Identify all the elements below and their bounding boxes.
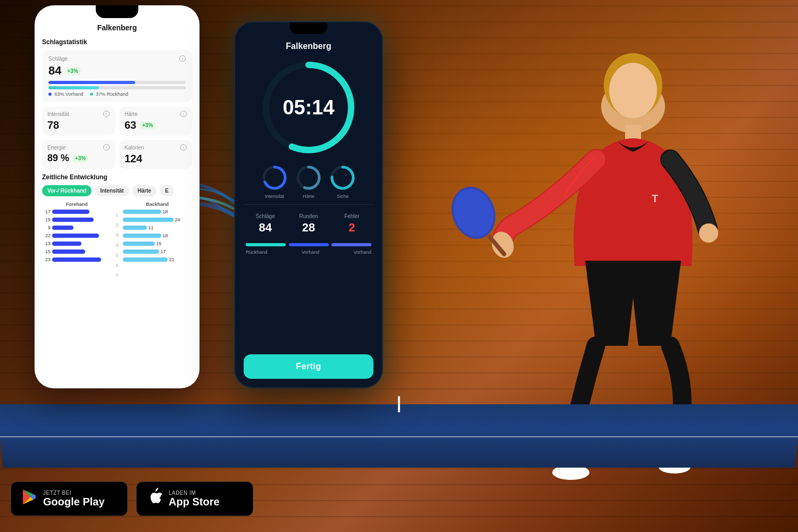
schlaege-card: Schläge i 84 +3% 63% Vorhand (42, 50, 192, 102)
bar-val: 24 (175, 217, 184, 222)
bar-fill (52, 257, 101, 262)
vorhand2-bar-dark (331, 243, 371, 246)
bar-fill (52, 218, 94, 222)
app-store-button[interactable]: Laden im App Store (136, 481, 253, 516)
google-play-icon (21, 488, 38, 509)
energie-label: Energie (47, 145, 65, 151)
bar-row: 19 (42, 217, 112, 222)
bar-row: 9 (42, 225, 112, 230)
idx: 2 (116, 221, 119, 229)
mini-circle-intensitaet: Intensität (261, 164, 288, 199)
tab-haerte[interactable]: Härte (132, 185, 157, 196)
table-center-line (0, 436, 798, 437)
backhand-col: Backhand 18 24 11 18 (123, 202, 193, 279)
bar-fill (123, 250, 159, 254)
phone-notch-left (96, 5, 138, 18)
runden-stat: Runden 28 (287, 211, 330, 237)
tab-intensitaet[interactable]: Intensität (95, 185, 129, 196)
google-play-text: JETZT BEI Google Play (43, 490, 105, 508)
apple-icon (146, 487, 163, 510)
vorhand-bar (48, 81, 135, 84)
fehler-stat: Fehler 2 (330, 211, 373, 237)
kalorien-value: 124 (124, 153, 142, 165)
bar-fill (123, 234, 161, 238)
tab-vorhand-rueckhand[interactable]: Vor-/ Rückhand (42, 185, 92, 196)
haerte-mini-label: Härte (295, 194, 322, 199)
fehler-stat-label: Fehler (332, 213, 371, 219)
intensitaet-info[interactable]: i (103, 111, 110, 117)
timer-circle: 05:14 (261, 60, 356, 155)
runden-stat-value: 28 (289, 221, 328, 235)
schlagstatistik-label: Schlagstatistik (42, 38, 192, 46)
svg-point-16 (699, 223, 718, 243)
svg-text:T: T (652, 193, 658, 204)
bar-chart: Forehand 17 19 9 22 (42, 202, 192, 279)
filter-tabs: Vor-/ Rückhand Intensität Härte E (42, 185, 192, 196)
bar-row: 15 (42, 249, 112, 254)
bar-row: 18 (123, 209, 193, 214)
kalorien-info[interactable]: i (180, 144, 187, 151)
haerte-info[interactable]: i (180, 111, 187, 117)
fertig-button[interactable]: Fertig (244, 354, 373, 379)
bar-row: 18 (123, 233, 193, 238)
bar-row: 15 (123, 241, 193, 246)
energie-card: Energie i 89 % +3% (42, 140, 115, 169)
zeitliche-section: Zeitliche Entwicklung Vor-/ Rückhand Int… (42, 173, 192, 279)
app-store-subtext: Laden im (169, 490, 220, 496)
haerte-badge: +3% (139, 121, 155, 129)
phone-timer-screen: Falkenberg 05:14 Intensität (234, 21, 383, 388)
mini-circle-haerte: Härte (295, 164, 322, 199)
mini-circles-row: Intensität Härte Siche (244, 164, 373, 199)
bar-val: 19 (42, 217, 51, 222)
bar-val: 18 (163, 233, 171, 238)
bar-row: 11 (123, 225, 193, 230)
bar-row: 22 (42, 233, 112, 238)
mini-circle-siche: Siche (329, 164, 356, 199)
tab-extra[interactable]: E (160, 185, 174, 196)
bar-fill (52, 226, 73, 230)
schlaege-value: 84 (48, 64, 61, 78)
bar-row: 23 (42, 257, 112, 262)
schlaege-stat: Schläge 84 (244, 211, 287, 237)
intensitaet-mini-label: Intensität (261, 194, 288, 199)
energie-value: 89 % (47, 153, 69, 164)
svg-point-11 (609, 63, 657, 118)
idx: 1 (116, 211, 119, 219)
rueckhand-bar (48, 86, 99, 89)
haerte-card: Härte i 63 +3% (119, 106, 192, 136)
bar-row: 17 (42, 209, 112, 214)
hand-labels: Rückhand Vorhand Vorhand (244, 250, 373, 255)
vorhand-legend: 63% Vorhand (48, 92, 84, 97)
table-net (398, 396, 400, 412)
timer-display: 05:14 (282, 96, 334, 119)
bar-fill (123, 257, 168, 262)
bar-val: 9 (42, 225, 51, 230)
rueckhand-legend: 37% Rückhand (90, 92, 129, 97)
bar-val: 11 (148, 225, 157, 230)
backhand-header: Backhand (123, 202, 193, 207)
bar-val: 13 (42, 241, 51, 246)
haerte-label: Härte (124, 111, 137, 117)
google-play-button[interactable]: JETZT BEI Google Play (11, 481, 128, 516)
idx: 6 (116, 262, 119, 269)
schlaege-info-icon[interactable]: i (179, 55, 186, 62)
bar-row: 17 (123, 249, 193, 254)
store-buttons-container: JETZT BEI Google Play Laden im App Store (11, 481, 253, 516)
bar-fill (123, 218, 173, 222)
schlaege-label: Schläge (48, 56, 68, 62)
vorhand2-label: Vorhand (353, 250, 371, 255)
bar-fill (52, 234, 99, 238)
energie-info[interactable]: i (103, 144, 110, 151)
phone-notch-right (290, 22, 327, 34)
bar-fill (123, 242, 155, 246)
bar-row: 24 (123, 217, 193, 222)
phone-right-title: Falkenberg (244, 38, 373, 51)
intensitaet-value: 78 (47, 119, 59, 131)
schlaege-stat-label: Schläge (246, 213, 285, 219)
schlaege-badge: +3% (64, 67, 80, 75)
bar-val: 17 (42, 209, 51, 214)
kalorien-card: Kalorien i 124 (119, 140, 192, 169)
bar-val: 22 (42, 233, 51, 238)
zeitliche-label: Zeitliche Entwicklung (42, 173, 192, 181)
forehand-col: Forehand 17 19 9 22 (42, 202, 112, 279)
